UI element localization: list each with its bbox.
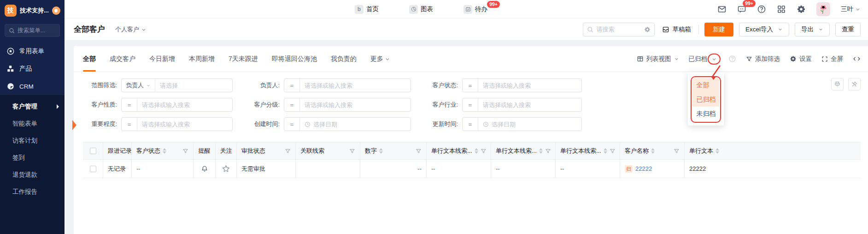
settings-button[interactable]: 设置 <box>790 55 812 63</box>
operator-select[interactable]: = <box>463 79 478 92</box>
operator-select[interactable]: = <box>122 118 137 131</box>
filter-funnel-icon[interactable] <box>481 148 487 154</box>
add-filter-button[interactable]: 添加筛选 <box>746 55 780 63</box>
scope-type-select[interactable]: 负责人 <box>122 79 155 92</box>
excel-import-button[interactable]: Excel导入 <box>739 23 789 36</box>
operator-select[interactable]: = <box>463 98 478 111</box>
dedupe-button[interactable]: 查重 <box>835 23 861 36</box>
nav-charts[interactable]: 图表 <box>409 5 433 14</box>
dropdown-option-archived[interactable]: 已归档 <box>692 92 719 107</box>
sidebar-item-products[interactable]: 产品 <box>0 60 65 78</box>
fullscreen-button[interactable]: 全屏 <box>821 55 843 63</box>
filter-funnel-icon[interactable] <box>674 148 680 154</box>
tab-all[interactable]: 全部 <box>83 46 96 72</box>
scope-value-input[interactable] <box>155 82 232 89</box>
user-menu[interactable]: 三叶 <box>841 5 861 13</box>
filter-funnel-icon[interactable] <box>349 148 355 154</box>
operator-select[interactable]: = <box>122 98 137 111</box>
filter-funnel-icon[interactable] <box>182 148 188 154</box>
tab-new-this-week[interactable]: 本周新增 <box>189 46 215 72</box>
customer-status-input[interactable] <box>478 82 581 89</box>
user-avatar[interactable] <box>816 2 830 16</box>
workspace-header[interactable]: 技 技术支持... <box>0 0 65 20</box>
importance-input[interactable] <box>137 121 232 128</box>
tab-my-responsible[interactable]: 我负责的 <box>331 46 357 72</box>
submenu-item-smart-forms[interactable]: 智能表单 <box>0 115 65 132</box>
apps-grid-icon[interactable] <box>777 5 786 14</box>
customer-name-link[interactable]: 22222 <box>635 165 652 172</box>
help-icon[interactable] <box>757 5 766 14</box>
filter-funnel-icon[interactable] <box>545 148 551 154</box>
customer-industry-input[interactable] <box>478 102 581 108</box>
sort-carets[interactable] <box>651 148 655 154</box>
sort-carets[interactable] <box>163 148 166 154</box>
search-settings-icon[interactable] <box>644 26 651 33</box>
cell-follow-record[interactable]: 无记录 <box>103 160 132 178</box>
filter-importance: 重要程度: = <box>83 117 233 131</box>
nav-todo[interactable]: 待办 99+ <box>463 5 487 14</box>
new-button[interactable]: 新建 <box>704 23 733 36</box>
home-icon: b <box>355 5 364 14</box>
tab-new-today[interactable]: 今日新增 <box>149 46 175 72</box>
operator-select[interactable]: = <box>463 118 478 131</box>
filter-funnel-icon[interactable] <box>416 148 422 154</box>
operator-select[interactable]: = <box>284 79 300 92</box>
operator-select[interactable]: = <box>284 98 300 111</box>
tab-return-to-pool[interactable]: 即将退回公海池 <box>272 46 317 72</box>
sort-carets[interactable] <box>475 148 478 154</box>
submenu-item-work-report[interactable]: 工作报告 <box>0 183 65 200</box>
sort-carets[interactable] <box>716 148 719 154</box>
customer-nature-input[interactable] <box>137 102 232 108</box>
table-row[interactable]: 无记录 -- 无需审批 -- -- -- -- <box>83 160 861 178</box>
sidebar-search-input[interactable] <box>18 27 59 34</box>
owner-input[interactable] <box>300 82 411 89</box>
mail-icon[interactable] <box>717 5 727 14</box>
sidebar-item-common-forms[interactable]: 常用表单 <box>0 42 65 60</box>
submenu-item-visit-plan[interactable]: 访客计划 <box>0 132 65 149</box>
view-mode-select[interactable]: 列表视图 <box>637 55 679 63</box>
draftbox-button[interactable]: 草稿箱 <box>660 25 693 34</box>
clear-filter-brush-icon[interactable] <box>831 78 844 90</box>
update-time-input[interactable] <box>489 121 581 128</box>
star-icon[interactable] <box>222 165 230 173</box>
filter-funnel-icon[interactable] <box>285 148 291 154</box>
row-checkbox[interactable] <box>90 166 96 172</box>
gear-icon <box>790 55 797 62</box>
submenu-item-customer-management[interactable]: 客户管理 <box>0 98 65 115</box>
tab-more[interactable]: 更多 <box>370 46 390 72</box>
operator-select[interactable]: = <box>284 118 300 131</box>
sort-carets[interactable] <box>379 148 383 154</box>
export-button[interactable]: 导出 <box>795 23 830 36</box>
sidebar-search[interactable] <box>5 24 60 37</box>
archive-filter-chevron[interactable] <box>710 55 719 63</box>
tab-deal-customers[interactable]: 成交客户 <box>110 46 135 72</box>
select-all-checkbox[interactable] <box>90 148 96 154</box>
header-search-input[interactable] <box>596 26 641 33</box>
archive-filter-select[interactable]: 已归档 全部 已归档 未归档 <box>689 55 719 63</box>
sort-carets[interactable] <box>539 148 543 154</box>
create-time-input[interactable] <box>311 121 411 128</box>
dropdown-option-all[interactable]: 全部 <box>692 78 719 92</box>
filter-panel: 范围筛选: 负责人 负责人: <box>74 72 868 138</box>
chevron-down-icon <box>385 56 390 62</box>
draftbox-icon <box>662 26 669 33</box>
dropdown-option-unarchived[interactable]: 未归档 <box>692 107 719 121</box>
header-search[interactable] <box>583 23 655 36</box>
nav-home[interactable]: b 首页 <box>355 5 379 14</box>
filter-funnel-icon[interactable] <box>610 148 616 154</box>
code-view-icon[interactable] <box>853 55 861 63</box>
nav-right-icons: 99+ 三叶 <box>717 2 868 16</box>
help-circle-icon[interactable] <box>728 55 736 63</box>
bell-icon[interactable] <box>201 165 208 173</box>
unpin-filter-icon[interactable] <box>848 78 861 90</box>
tab-7days-no-follow[interactable]: 7天未跟进 <box>229 46 258 72</box>
sidebar-item-crm[interactable]: CRM <box>0 78 65 95</box>
message-icon[interactable]: 99+ <box>737 5 746 14</box>
settings-gear-icon[interactable] <box>797 5 806 14</box>
chevron-down-icon <box>711 56 717 62</box>
scope-selector[interactable]: 个人客户 <box>115 25 147 34</box>
submenu-item-checkin[interactable]: 签到 <box>0 149 65 166</box>
customer-grade-input[interactable] <box>300 102 411 108</box>
sort-carets[interactable] <box>604 148 607 154</box>
submenu-item-returns-refunds[interactable]: 退货退款 <box>0 166 65 183</box>
